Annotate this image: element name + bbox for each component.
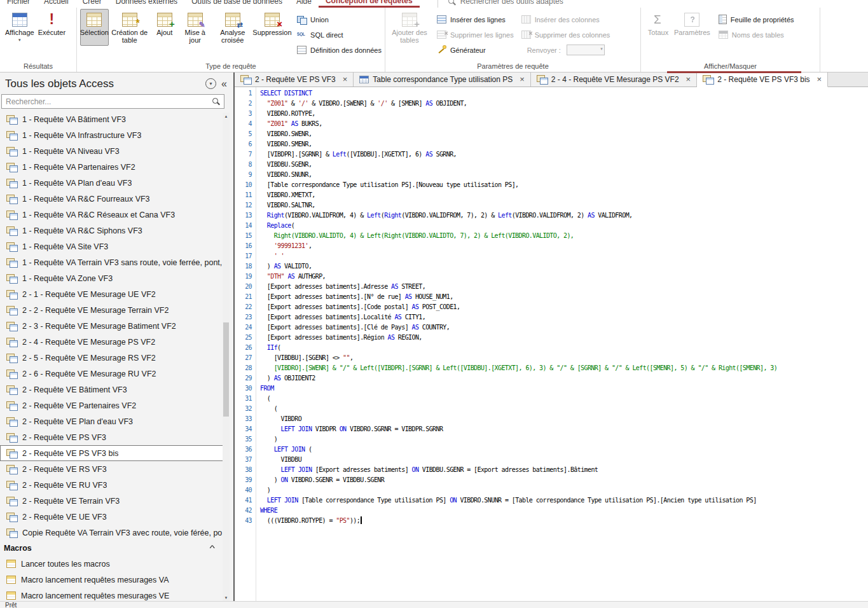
sidebar-item-1-requete-va-zone-vf3[interactable]: 1 - Requête VA Zone VF3 [0, 270, 223, 286]
sql-direct-button[interactable]: SQL direct [297, 29, 382, 41]
line-number: 7 [235, 149, 252, 160]
ribbon-search[interactable]: Rechercher des outils adaptés [437, 0, 563, 8]
analyse-croisee-button[interactable]: Analyse croisée [212, 9, 254, 46]
ribbon-tab-fichier[interactable]: Fichier [0, 0, 37, 8]
parametres-button[interactable]: Paramètres [672, 9, 712, 38]
nav-pane-menu-button[interactable]: ▾ [205, 78, 216, 89]
analyse-croisee-label: Analyse croisée [214, 29, 252, 44]
sidebar-item-label: 1 - Requête VA R&C Siphons VF3 [22, 226, 142, 235]
selection-button[interactable]: Sélection [80, 9, 109, 46]
sidebar-item-2-requete-ve-terrain-vf3[interactable]: 2 - Requête VE Terrain VF3 [0, 493, 223, 509]
document-tab-table-correspondance-type-utilisation-ps[interactable]: Table correspondance Type utilisation PS… [354, 73, 531, 86]
line-number: 13 [235, 211, 252, 221]
access-window: FichierAccueilCréerDonnées externesOutil… [0, 0, 868, 608]
sidebar-item-1-requete-va-r-c-siphons-vf3[interactable]: 1 - Requête VA R&C Siphons VF3 [0, 223, 223, 238]
inserer-des-lignes-button[interactable]: Insérer des lignes [437, 13, 514, 25]
supprimer-les-lignes-button[interactable]: Supprimer les lignes [437, 29, 514, 41]
sidebar-item-2-requete-ve-ru-vf3[interactable]: 2 - Requête VE RU VF3 [0, 477, 223, 493]
sidebar-item-2-1-requete-ve-mesurage-ue-vf2[interactable]: 2 - 1 - Requête VE Mesurage UE VF2 [0, 286, 223, 302]
scrollbar-thumb[interactable] [223, 322, 229, 417]
sidebar-item-1-requete-va-r-c-reseaux-et-cana-vf3[interactable]: 1 - Requête VA R&C Réseaux et Cana VF3 [0, 207, 223, 223]
ribbon-tab-creer[interactable]: Créer [76, 0, 109, 8]
sidebar-item-2-5-requete-ve-mesurage-rs-vf2[interactable]: 2 - 5 - Requête VE Mesurage RS VF2 [0, 350, 223, 366]
nav-pane-collapse-button[interactable]: « [221, 78, 227, 90]
document-area: 2 - Requête VE PS VF3×Table correspondan… [235, 73, 868, 601]
sidebar-item-1-requete-va-plan-d-eau-vf3[interactable]: 1 - Requête VA Plan d'eau VF3 [0, 175, 223, 191]
ajouter-des-tables-button[interactable]: Ajouter des tables [389, 9, 431, 46]
definition-des-donnees-button[interactable]: Définition des données [297, 44, 382, 56]
sidebar-item-1-requete-va-partenaires-vf2[interactable]: 1 - Requête VA Partenaires VF2 [0, 159, 223, 175]
scroll-down-button[interactable]: ▼ [223, 594, 230, 601]
ribbon-tab-outils-de-base-de-donnees[interactable]: Outils de base de données [184, 0, 289, 8]
sidebar-item-2-4-requete-ve-mesurage-ps-vf2[interactable]: 2 - 4 - Requête VE Mesurage PS VF2 [0, 334, 223, 350]
executer-button[interactable]: Exécuter [36, 9, 67, 43]
nav-scrollbar[interactable]: ▲ ▼ [223, 113, 230, 601]
sidebar-item-copie-requete-va-terrain-vf3-avec-route-voie-feree-po[interactable]: Copie Requête VA Terrain VF3 avec route,… [0, 525, 223, 541]
sql-line: [VIBDPR].[SGRNR] & Left([VIBDBU].[XGETXT… [260, 149, 868, 160]
renvoyer-button[interactable]: Renvoyer :▾ [521, 44, 610, 56]
close-icon[interactable]: × [343, 76, 348, 83]
sidebar-item-1-requete-va-site-vf3[interactable]: 1 - Requête VA Site VF3 [0, 238, 223, 254]
sidebar-item-1-requete-va-niveau-vf3[interactable]: 1 - Requête VA Niveau VF3 [0, 143, 223, 159]
generateur-button[interactable]: Générateur [437, 44, 514, 56]
suppression-button[interactable]: Suppression [254, 9, 291, 46]
totaux-button[interactable]: Totaux [644, 9, 672, 38]
sidebar-item-1-requete-va-r-c-fourreaux-vf3[interactable]: 1 - Requête VA R&C Fourreaux VF3 [0, 191, 223, 207]
inserer-des-colonnes-button[interactable]: Insérer des colonnes [521, 13, 610, 25]
sidebar-item-1-requete-va-terrain-vf3-sans-route-voie-ferree-pont[interactable]: 1 - Requête VA Terrain VF3 sans route, v… [0, 254, 223, 270]
sidebar-item-1-requete-va-infrastructure-vf3[interactable]: 1 - Requête VA Infrastructure VF3 [0, 127, 223, 143]
nav-search-box[interactable]: Rechercher... [1, 94, 224, 109]
sidebar-item-lancer-toutes-les-macros[interactable]: Lancer toutes les macros [0, 556, 223, 572]
sql-line: Replace( [260, 221, 868, 231]
ribbon-group-parametres-de-requete: Ajouter des tablesInsérer des lignesSupp… [385, 8, 641, 72]
sql-line: ) AS OBJIDENT2 [260, 373, 868, 383]
sidebar-item-2-2-requete-ve-mesurage-terrain-vf2[interactable]: 2 - 2 - Requête VE Mesurage Terrain VF2 [0, 302, 223, 318]
ribbon-tab-donnees-externes[interactable]: Données externes [109, 0, 184, 8]
sidebar-item-macro-lancement-requetes-mesurages-va[interactable]: Macro lancement requêtes mesurages VA [0, 572, 223, 588]
sidebar-item-2-requete-ve-plan-d-eau-vf3[interactable]: 2 - Requête VE Plan d'eau VF3 [0, 413, 223, 429]
query-icon [6, 179, 17, 188]
close-icon[interactable]: × [817, 76, 822, 83]
macros-group-header[interactable]: Macros^ [0, 541, 233, 556]
sidebar-item-2-requete-ve-ps-vf3-bis[interactable]: 2 - Requête VE PS VF3 bis [0, 445, 223, 461]
query-icon [6, 481, 17, 490]
sql-line: [Export adresses batiments].[N° de rue] … [260, 292, 868, 302]
document-tab-2-requete-ve-ps-vf3[interactable]: 2 - Requête VE PS VF3× [235, 73, 354, 86]
sidebar-item-2-requete-ve-ps-vf3[interactable]: 2 - Requête VE PS VF3 [0, 429, 223, 445]
sidebar-item-2-requete-ve-partenaires-vf2[interactable]: 2 - Requête VE Partenaires VF2 [0, 397, 223, 413]
ribbon-tab-conception-de-requetes[interactable]: Conception de requêtes [319, 0, 420, 8]
mise-a-jour-label: Mise à jour [181, 29, 210, 44]
feuille-de-proprietes-button[interactable]: Feuille de propriétés [719, 13, 794, 25]
scroll-up-button[interactable]: ▲ [223, 113, 230, 120]
document-tab-2-requete-ve-ps-vf3-bis[interactable]: 2 - Requête VE PS VF3 bis× [697, 73, 828, 87]
ribbon-tab-aide[interactable]: Aide [289, 0, 319, 8]
sql-line: SELECT DISTINCT [260, 88, 868, 99]
grid-edit-icon [188, 13, 203, 27]
sidebar-item-1-requete-va-batiment-vf3[interactable]: 1 - Requête VA Bâtiment VF3 [0, 111, 223, 127]
document-tab-2-4-requete-ve-mesurage-ps-vf2[interactable]: 2 - 4 - Requête VE Mesurage PS VF2× [531, 73, 697, 86]
sigma-icon [651, 13, 666, 27]
noms-des-tables-button[interactable]: Noms des tables [719, 29, 794, 41]
ribbon-tab-accueil[interactable]: Accueil [37, 0, 76, 8]
sql-editor[interactable]: 1234567891011121314151617181920212223242… [235, 87, 868, 601]
affichage-button[interactable]: Affichage▾ [3, 9, 36, 43]
mise-a-jour-button[interactable]: Mise à jour [179, 9, 212, 46]
sidebar-item-2-requete-ve-batiment-vf3[interactable]: 2 - Requête VE Bâtiment VF3 [0, 382, 223, 397]
sidebar-item-2-requete-ve-ue-vf3[interactable]: 2 - Requête VE UE VF3 [0, 509, 223, 525]
renvoyer-combobox[interactable]: ▾ [567, 45, 605, 55]
close-icon[interactable]: × [686, 76, 691, 83]
query-icon [6, 401, 17, 410]
close-icon[interactable]: × [520, 76, 525, 83]
sidebar-item-label: Copie Requête VA Terrain VF3 avec route,… [22, 529, 223, 537]
sidebar-item-2-6-requete-ve-mesurage-ru-vf2[interactable]: 2 - 6 - Requête VE Mesurage RU VF2 [0, 366, 223, 382]
sidebar-item-macro-lancement-requetes-mesurages-ve[interactable]: Macro lancement requêtes mesurages VE [0, 588, 223, 601]
sidebar-item-2-3-requete-ve-mesurage-batiment-vf2[interactable]: 2 - 3 - Requête VE Mesurage Batiment VF2 [0, 318, 223, 334]
creation-de-table-button[interactable]: Création de table [109, 9, 151, 46]
ajout-button[interactable]: Ajout [151, 9, 179, 46]
object-list: 1 - Requête VA Bâtiment VF31 - Requête V… [0, 111, 233, 601]
sidebar-item-2-requete-ve-rs-vf3[interactable]: 2 - Requête VE RS VF3 [0, 461, 223, 477]
line-number: 34 [235, 424, 252, 434]
union-button[interactable]: Union [297, 13, 382, 25]
sidebar-item-label: 2 - Requête VE PS VF3 [22, 433, 106, 442]
supprimer-des-colonnes-button[interactable]: Supprimer des colonnes [521, 29, 610, 41]
